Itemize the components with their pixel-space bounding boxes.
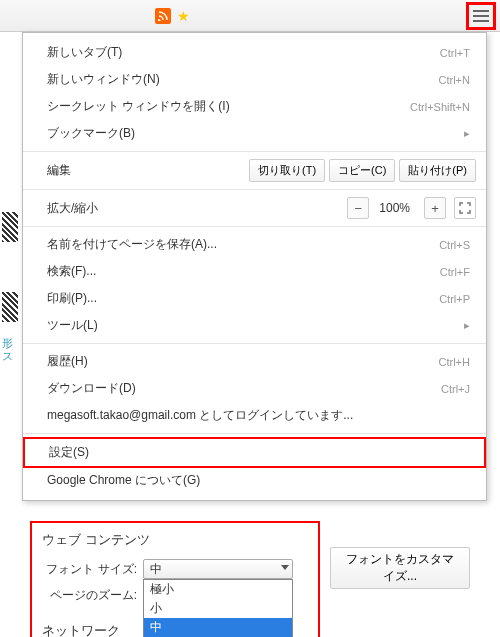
menu-label: 拡大/縮小 [47, 200, 98, 217]
web-content-section: ウェブ コンテンツ フォント サイズ: 中 極小 小 中 大 極大 ページのズー… [30, 521, 320, 637]
font-size-select[interactable]: 中 極小 小 中 大 極大 [143, 559, 293, 579]
menu-save-as[interactable]: 名前を付けてページを保存(A)... Ctrl+S [23, 231, 486, 258]
menu-label: ダウンロード(D) [47, 380, 136, 397]
font-size-dropdown: 極小 小 中 大 極大 [143, 579, 293, 637]
option-m[interactable]: 中 [144, 618, 292, 637]
shortcut: Ctrl+N [439, 74, 470, 86]
submenu-arrow: ▸ [464, 319, 470, 332]
menu-label: megasoft.takao@gmail.com としてログインしています... [47, 407, 353, 424]
option-xs[interactable]: 極小 [144, 580, 292, 599]
zoom-out-button[interactable]: − [347, 197, 369, 219]
shortcut: Ctrl+T [440, 47, 470, 59]
shortcut: Ctrl+H [439, 356, 470, 368]
menu-about[interactable]: Google Chrome について(G) [23, 467, 486, 494]
fullscreen-button[interactable] [454, 197, 476, 219]
menu-print[interactable]: 印刷(P)... Ctrl+P [23, 285, 486, 312]
paste-button[interactable]: 貼り付け(P) [399, 159, 476, 182]
menu-incognito[interactable]: シークレット ウィンドウを開く(I) Ctrl+Shift+N [23, 93, 486, 120]
menu-label: 設定(S) [49, 444, 89, 461]
menu-bookmarks[interactable]: ブックマーク(B) ▸ [23, 120, 486, 147]
customize-fonts-button[interactable]: フォントをカスタマイズ... [330, 547, 470, 589]
section-title: ウェブ コンテンツ [42, 531, 308, 549]
page-zoom-label: ページのズーム: [42, 587, 137, 604]
menu-label: 印刷(P)... [47, 290, 97, 307]
menu-edit-row: 編集 切り取り(T) コピー(C) 貼り付け(P) [23, 156, 486, 185]
zoom-in-button[interactable]: + [424, 197, 446, 219]
shortcut: Ctrl+J [441, 383, 470, 395]
cut-button[interactable]: 切り取り(T) [249, 159, 325, 182]
menu-login-status[interactable]: megasoft.takao@gmail.com としてログインしています... [23, 402, 486, 429]
menu-label: Google Chrome について(G) [47, 472, 200, 489]
menu-label: 編集 [47, 162, 71, 179]
menu-downloads[interactable]: ダウンロード(D) Ctrl+J [23, 375, 486, 402]
menu-tools[interactable]: ツール(L) ▸ [23, 312, 486, 339]
select-value: 中 [150, 561, 162, 578]
shortcut: Ctrl+S [439, 239, 470, 251]
menu-settings[interactable]: 設定(S) [25, 439, 484, 466]
side-decoration [2, 292, 18, 322]
copy-button[interactable]: コピー(C) [329, 159, 395, 182]
shortcut: Ctrl+Shift+N [410, 101, 470, 113]
browser-toolbar: ★ [0, 0, 500, 32]
menu-history[interactable]: 履歴(H) Ctrl+H [23, 348, 486, 375]
menu-zoom-row: 拡大/縮小 − 100% + [23, 194, 486, 222]
menu-new-window[interactable]: 新しいウィンドウ(N) Ctrl+N [23, 66, 486, 93]
rss-icon[interactable] [155, 8, 171, 24]
menu-find[interactable]: 検索(F)... Ctrl+F [23, 258, 486, 285]
side-decoration [2, 212, 18, 242]
hamburger-icon [473, 10, 489, 22]
menu-label: ツール(L) [47, 317, 98, 334]
settings-panel: ウェブ コンテンツ フォント サイズ: 中 極小 小 中 大 極大 ページのズー… [30, 521, 470, 637]
menu-label: 履歴(H) [47, 353, 88, 370]
menu-new-tab[interactable]: 新しいタブ(T) Ctrl+T [23, 39, 486, 66]
menu-label: 検索(F)... [47, 263, 96, 280]
shortcut: Ctrl+F [440, 266, 470, 278]
shortcut: Ctrl+P [439, 293, 470, 305]
menu-label: シークレット ウィンドウを開く(I) [47, 98, 230, 115]
main-menu: 新しいタブ(T) Ctrl+T 新しいウィンドウ(N) Ctrl+N シークレッ… [22, 32, 487, 501]
menu-label: 新しいタブ(T) [47, 44, 122, 61]
menu-label: 名前を付けてページを保存(A)... [47, 236, 217, 253]
menu-label: ブックマーク(B) [47, 125, 135, 142]
font-size-label: フォント サイズ: [42, 561, 137, 578]
chevron-down-icon [281, 565, 289, 570]
menu-label: 新しいウィンドウ(N) [47, 71, 160, 88]
star-icon[interactable]: ★ [175, 8, 191, 24]
zoom-value: 100% [369, 201, 420, 215]
side-text: 形ス [2, 337, 16, 363]
fullscreen-icon [459, 202, 471, 214]
submenu-arrow: ▸ [464, 127, 470, 140]
main-menu-button[interactable] [466, 2, 496, 30]
option-s[interactable]: 小 [144, 599, 292, 618]
